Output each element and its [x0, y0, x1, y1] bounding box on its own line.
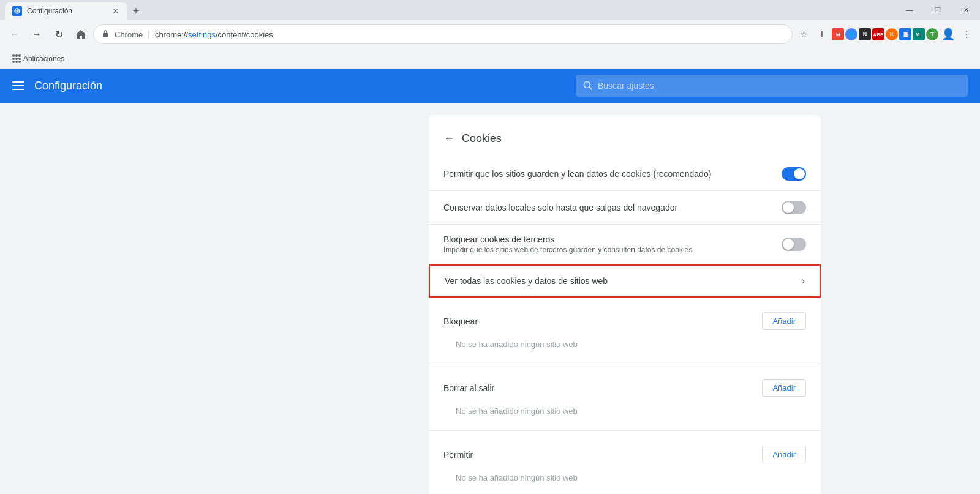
- content-wrapper: ← Cookies Permitir que los sitios guarde…: [0, 103, 980, 494]
- address-bar[interactable]: Chrome | chrome://settings/content/cooki…: [93, 24, 793, 44]
- bookmark-button[interactable]: ☆: [795, 26, 812, 43]
- close-button[interactable]: ✕: [952, 0, 980, 20]
- allow-cookies-toggle[interactable]: [782, 167, 806, 181]
- allow-cookies-text: Permitir que los sitios guarden y lean d…: [443, 169, 782, 179]
- block-divider: [429, 364, 821, 364]
- ext2[interactable]: 🌐: [845, 28, 858, 40]
- clear-on-exit-divider: [429, 430, 821, 431]
- ext6[interactable]: 📋: [899, 28, 911, 40]
- back-button[interactable]: ←: [5, 24, 24, 44]
- chrome-label: Chrome: [115, 30, 143, 39]
- block-third-party-toggle[interactable]: [782, 238, 806, 251]
- keep-local-data-row: Conservar datos locales solo hasta que s…: [429, 191, 821, 225]
- block-empty-text: No se ha añadido ningún sitio web: [429, 335, 821, 359]
- page-header: ← Cookies: [429, 127, 821, 157]
- new-tab-button[interactable]: +: [127, 2, 145, 20]
- block-third-party-label: Bloquear cookies de terceros: [443, 234, 782, 244]
- save-icon: I: [813, 26, 831, 43]
- reload-button[interactable]: ↻: [49, 24, 69, 44]
- ext5[interactable]: K: [886, 28, 898, 40]
- titlebar: Configuración ✕ + — ❐ ✕: [0, 0, 980, 20]
- settings-panel: ← Cookies Permitir que los sitios guarde…: [429, 115, 821, 494]
- address-url: chrome://settings/content/cookies: [155, 30, 273, 39]
- bookmarks-bar: Aplicaciones: [0, 49, 980, 69]
- chevron-right-icon: ›: [802, 275, 805, 286]
- ext4-adblock[interactable]: ABP: [872, 28, 884, 40]
- hamburger-line3: [12, 89, 24, 90]
- block-section-title: Bloquear: [443, 316, 478, 326]
- lock-icon: [101, 29, 110, 40]
- navigation-bar: ← → ↻ Chrome | chrome://settings/content…: [0, 20, 980, 49]
- main-content: ← Cookies Permitir que los sitios guarde…: [270, 103, 980, 494]
- search-icon: [583, 81, 593, 91]
- tab-strip: Configuración ✕ +: [0, 0, 145, 20]
- profile-button[interactable]: 👤: [940, 26, 957, 43]
- clear-on-exit-title: Borrar al salir: [443, 383, 494, 393]
- page-title: Cookies: [462, 132, 502, 145]
- allow-add-button[interactable]: Añadir: [762, 446, 806, 463]
- toggle-knob: [794, 168, 805, 179]
- minimize-button[interactable]: —: [895, 0, 924, 20]
- keep-local-data-text: Conservar datos locales solo hasta que s…: [443, 203, 782, 212]
- back-arrow-button[interactable]: ←: [443, 132, 454, 145]
- window-controls: — ❐ ✕: [895, 0, 980, 20]
- ext7[interactable]: M↓: [913, 28, 925, 40]
- sidebar: [0, 103, 270, 494]
- tab-close-button[interactable]: ✕: [110, 6, 120, 16]
- keep-local-data-label: Conservar datos locales solo hasta que s…: [443, 203, 782, 212]
- apps-grid-icon: [12, 54, 21, 63]
- search-placeholder: Buscar ajustes: [598, 81, 654, 91]
- keep-local-data-toggle[interactable]: [782, 201, 806, 214]
- ext3[interactable]: N: [859, 28, 871, 40]
- clear-on-exit-section-header: Borrar al salir Añadir: [429, 369, 821, 402]
- maximize-button[interactable]: ❐: [924, 0, 952, 20]
- view-all-cookies-label: Ver todas las cookies y datos de sitios …: [445, 276, 608, 286]
- clear-on-exit-add-button[interactable]: Añadir: [762, 379, 806, 397]
- settings-title: Configuración: [34, 80, 566, 92]
- forward-button[interactable]: →: [27, 24, 47, 44]
- allow-empty-text: No se ha añadido ningún sitio web: [429, 468, 821, 492]
- tab-label: Configuración: [27, 7, 72, 15]
- active-tab[interactable]: Configuración ✕: [5, 2, 127, 20]
- hamburger-menu[interactable]: [12, 81, 24, 90]
- allow-section-header: Permitir Añadir: [429, 436, 821, 468]
- toolbar-actions: ☆ I M 🌐 N ABP K 📋 M↓ T 👤 ⋮: [795, 26, 975, 43]
- apps-label: Aplicaciones: [23, 54, 64, 63]
- clear-on-exit-empty-text: No se ha añadido ningún sitio web: [429, 402, 821, 425]
- tab-favicon: [12, 6, 22, 16]
- toggle-knob3: [783, 239, 794, 250]
- allow-cookies-row: Permitir que los sitios guarden y lean d…: [429, 157, 821, 191]
- view-all-cookies-row[interactable]: Ver todas las cookies y datos de sitios …: [429, 264, 821, 298]
- ext8[interactable]: T: [926, 28, 938, 40]
- svg-rect-3: [103, 33, 108, 37]
- svg-line-5: [590, 88, 592, 90]
- hamburger-line2: [12, 85, 24, 86]
- gmail-extension[interactable]: M: [832, 28, 844, 40]
- home-button[interactable]: [71, 24, 91, 44]
- block-third-party-desc: Impedir que los sitios web de terceros g…: [443, 245, 782, 254]
- block-section-header: Bloquear Añadir: [429, 302, 821, 335]
- block-add-button[interactable]: Añadir: [762, 312, 806, 330]
- address-separator: |: [148, 29, 150, 39]
- block-third-party-row: Bloquear cookies de terceros Impedir que…: [429, 225, 821, 264]
- hamburger-line1: [12, 81, 24, 83]
- block-third-party-text: Bloquear cookies de terceros Impedir que…: [443, 234, 782, 254]
- settings-search-bar[interactable]: Buscar ajustes: [576, 75, 968, 97]
- settings-header: Configuración Buscar ajustes: [0, 69, 980, 103]
- toggle-knob2: [783, 202, 794, 213]
- menu-button[interactable]: ⋮: [958, 26, 975, 43]
- apps-bookmark[interactable]: Aplicaciones: [7, 52, 69, 65]
- allow-cookies-label: Permitir que los sitios guarden y lean d…: [443, 169, 782, 179]
- allow-section-title: Permitir: [443, 450, 473, 460]
